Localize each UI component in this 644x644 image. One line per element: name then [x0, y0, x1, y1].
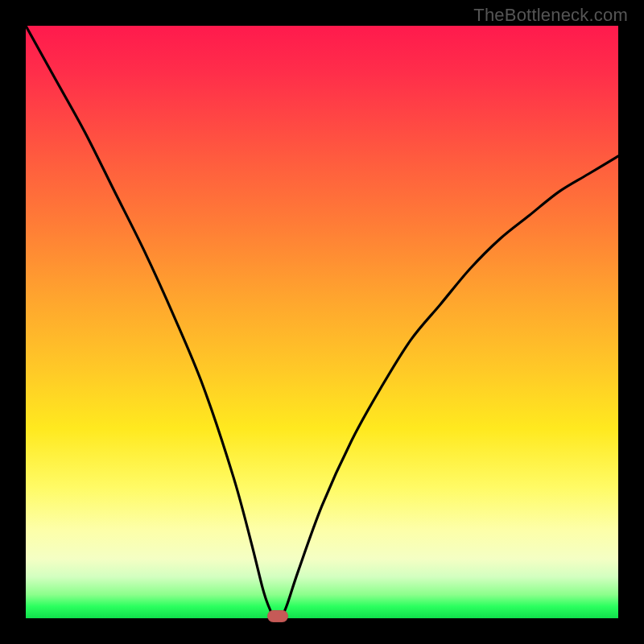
watermark-text: TheBottleneck.com — [473, 5, 628, 26]
chart-frame: TheBottleneck.com — [0, 0, 644, 644]
optimal-point-marker — [267, 610, 288, 622]
bottleneck-curve — [26, 26, 618, 618]
plot-area — [26, 26, 618, 618]
